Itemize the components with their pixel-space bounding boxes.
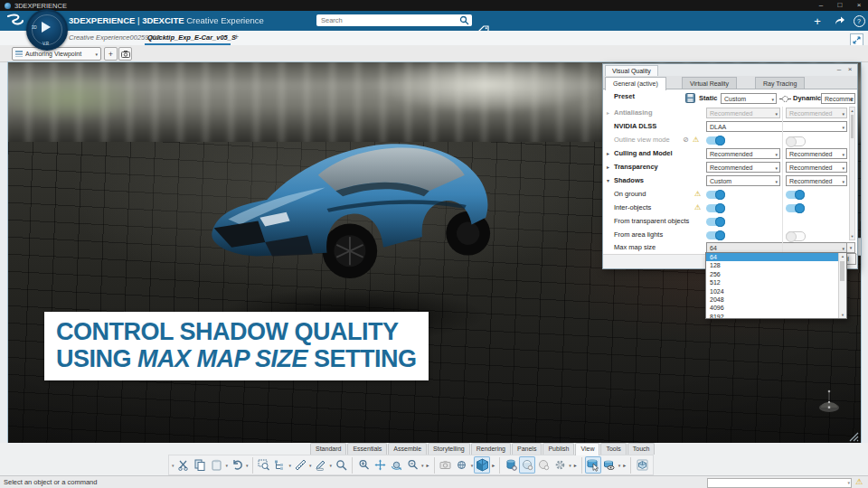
scroll-down-icon[interactable]: ▼ <box>839 313 846 317</box>
undo-icon[interactable] <box>229 456 245 474</box>
car-model[interactable] <box>202 122 493 286</box>
shadows-static-dropdown[interactable]: Custom▾ <box>706 175 780 186</box>
panel-close-button[interactable]: × <box>844 64 855 75</box>
data-cylinder-icon[interactable] <box>503 456 519 474</box>
culling-static-dropdown[interactable]: Recommended▾ <box>706 148 780 159</box>
search-icon[interactable] <box>333 456 349 474</box>
scroll-down-icon[interactable]: ▼ <box>850 234 854 239</box>
settings-gear-icon[interactable] <box>552 456 568 474</box>
transparency-static-dropdown[interactable]: Recommended▾ <box>706 162 780 173</box>
culling-dynamic-dropdown[interactable]: Recommended▾ <box>786 148 847 159</box>
option-4096[interactable]: 4096 <box>706 304 846 312</box>
select-cursor-icon[interactable] <box>585 456 601 474</box>
ghost-cube-icon[interactable] <box>634 456 650 474</box>
option-8192[interactable]: 8192 <box>706 313 846 319</box>
save-preset-icon[interactable] <box>685 93 695 103</box>
chevron-down-icon[interactable]: ▾ <box>847 480 850 485</box>
chevron-down-icon[interactable]: ▾ <box>569 463 571 468</box>
group-expand-icon[interactable]: ▸ <box>574 462 577 468</box>
chevron-down-icon[interactable]: ▾ <box>330 463 333 468</box>
command-input[interactable]: ▾ <box>707 478 852 488</box>
static-preset-dropdown[interactable]: Custom▾ <box>721 93 777 104</box>
copy-icon[interactable] <box>193 456 209 474</box>
capture-viewpoint-button[interactable] <box>118 47 132 61</box>
robot-navigation-gizmo[interactable] <box>816 389 842 420</box>
scroll-up-icon[interactable]: ▲ <box>850 108 854 113</box>
scrollbar-thumb[interactable] <box>851 115 854 138</box>
annotate-icon[interactable] <box>313 456 329 474</box>
window-maximize-button[interactable]: □ <box>831 0 849 11</box>
tab-essentials[interactable]: Essentials <box>347 443 387 455</box>
add-viewpoint-button[interactable]: + <box>104 47 118 61</box>
add-content-button[interactable]: + <box>810 14 825 28</box>
zoom-fit-icon[interactable] <box>404 456 420 474</box>
tab-standard[interactable]: Standard <box>310 443 346 455</box>
option-64[interactable]: 64 <box>706 253 846 261</box>
area-lights-dynamic-toggle[interactable] <box>786 231 806 241</box>
structure-tree-icon[interactable] <box>272 456 288 474</box>
option-128[interactable]: 128 <box>706 261 846 269</box>
on-ground-static-toggle[interactable] <box>706 191 724 199</box>
tab-virtual-reality[interactable]: Virtual Reality <box>682 77 737 89</box>
tab-touch[interactable]: Touch <box>627 443 656 455</box>
paste-icon[interactable] <box>209 456 225 474</box>
dlss-dropdown[interactable]: DLAA▾ <box>706 121 847 132</box>
chevron-down-icon[interactable]: ▾ <box>246 463 249 468</box>
window-close-button[interactable]: × <box>850 0 868 11</box>
transparent-objects-toggle[interactable] <box>706 218 724 226</box>
3d-compass[interactable]: 3D V.R <box>26 9 68 51</box>
document-context[interactable]: Creative Experience00259202 <box>69 33 160 42</box>
expand-icon[interactable]: ▸ <box>607 107 609 119</box>
toolbar-overflow-icon[interactable]: ▾ <box>172 463 175 468</box>
option-1024[interactable]: 1024 <box>706 287 846 296</box>
group-expand-icon[interactable]: ▸ <box>623 462 626 468</box>
share-button[interactable] <box>832 14 846 28</box>
tab-storytelling[interactable]: Storytelling <box>428 443 470 455</box>
chevron-down-icon[interactable]: ▾ <box>618 463 621 468</box>
tab-view[interactable]: View <box>575 443 599 455</box>
collapse-icon[interactable]: ▾ <box>607 174 609 187</box>
zoom-icon[interactable] <box>355 456 372 474</box>
group-expand-icon[interactable]: ▸ <box>492 462 495 468</box>
active-document-tab[interactable]: Quicktip_Exp_E-Car_v05_S <box>147 33 236 42</box>
tab-tools[interactable]: Tools <box>600 443 626 455</box>
dynamic-preset-dropdown[interactable]: Recomme▾ <box>821 93 855 104</box>
chevron-down-icon[interactable]: ▾ <box>289 463 292 468</box>
new-tab-button[interactable]: + <box>234 33 239 42</box>
tab-rendering[interactable]: Rendering <box>471 443 511 455</box>
scroll-up-icon[interactable]: ▲ <box>839 254 846 258</box>
tab-general[interactable]: General (active) <box>605 77 666 90</box>
option-list-scrollbar[interactable]: ▲ ▼ <box>838 253 846 318</box>
viewpoint-selector[interactable]: Authoring Viewpoint ▾ <box>12 47 101 61</box>
panel-scrollbar[interactable]: ▲ ▼ <box>849 107 855 240</box>
search-input[interactable] <box>316 16 459 24</box>
outline-dynamic-toggle[interactable] <box>786 136 806 146</box>
ambience-alt-icon[interactable] <box>535 456 552 474</box>
ambience-icon[interactable] <box>519 456 535 474</box>
camera-icon[interactable] <box>438 456 454 474</box>
chevron-down-icon[interactable]: ▾ <box>421 463 424 468</box>
transparency-dynamic-dropdown[interactable]: Recommended▾ <box>786 162 847 173</box>
panel-minimize-button[interactable]: – <box>834 64 844 75</box>
cut-icon[interactable] <box>176 456 193 474</box>
help-button[interactable]: ? <box>852 14 866 28</box>
tab-assemble[interactable]: Assemble <box>388 443 427 455</box>
inter-objects-static-toggle[interactable] <box>706 204 724 212</box>
chevron-down-icon[interactable]: ▾ <box>471 463 474 468</box>
search-icon[interactable] <box>459 15 469 25</box>
max-map-size-dynamic-dropdown[interactable]: ▾ <box>846 242 855 253</box>
expand-icon[interactable]: ▸ <box>607 147 609 160</box>
status-warning-icon[interactable]: ⚠ <box>855 477 863 486</box>
expand-icon[interactable]: ▸ <box>607 161 609 174</box>
scrollbar-thumb[interactable] <box>840 261 844 281</box>
area-lights-static-toggle[interactable] <box>706 231 724 239</box>
on-ground-dynamic-toggle[interactable] <box>786 191 804 199</box>
option-2048[interactable]: 2048 <box>706 296 846 304</box>
outline-static-toggle[interactable] <box>706 136 724 145</box>
window-minimize-button[interactable]: – <box>812 0 830 11</box>
search-box[interactable] <box>316 14 472 26</box>
chevron-down-icon[interactable]: ▾ <box>226 463 229 468</box>
perspective-cube-icon[interactable] <box>474 456 490 474</box>
environment-icon[interactable] <box>454 456 470 474</box>
tab-publish[interactable]: Publish <box>542 443 574 455</box>
